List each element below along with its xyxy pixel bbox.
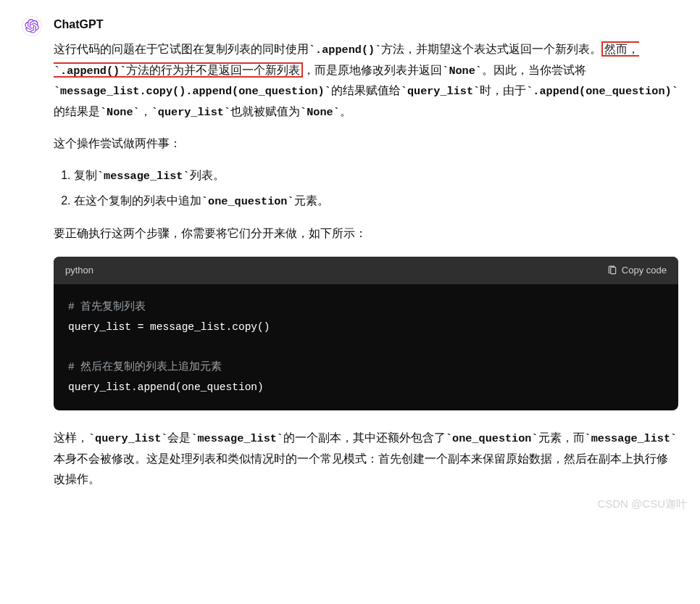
text: 在这个复制的列表中追加 <box>74 194 201 207</box>
list-item: 复制`message_list`列表。 <box>74 165 678 186</box>
code-language-label: python <box>65 262 93 279</box>
paragraph-4: 这样，`query_list`会是`message_list`的一个副本，其中还… <box>54 428 678 489</box>
assistant-avatar <box>22 16 42 36</box>
text: 会是 <box>167 431 191 444</box>
code-line: query_list = message_list.copy() <box>68 321 270 333</box>
inline-code: `message_list` <box>585 432 678 445</box>
text: 元素，而 <box>538 431 585 444</box>
ordered-list: 复制`message_list`列表。 在这个复制的列表中追加`one_ques… <box>54 165 678 211</box>
text: 。因此，当你尝试将 <box>482 64 586 76</box>
inline-code: `query_list` <box>401 85 480 98</box>
text: 复制 <box>74 169 97 181</box>
inline-code: `one_question` <box>446 432 538 445</box>
text: 然而， <box>604 43 639 55</box>
code-line: query_list.append(one_question) <box>68 381 264 393</box>
code-block: python Copy code # 首先复制列表 query_list = m… <box>54 257 678 410</box>
copy-code-button[interactable]: Copy code <box>607 265 667 276</box>
text: 这行代码的问题在于它试图在复制列表的同时使用 <box>54 43 309 55</box>
text: 的一个副本，其中还额外包含了 <box>283 431 446 444</box>
text: 时，由于 <box>480 84 526 96</box>
paragraph-2: 这个操作尝试做两件事： <box>54 133 678 154</box>
inline-code: `query_list` <box>151 106 230 119</box>
text: 本身不会被修改。这是处理列表和类似情况时的一个常见模式：首先创建一个副本来保留原… <box>54 452 668 485</box>
inline-code: `None` <box>442 65 482 78</box>
message-body: 这行代码的问题在于它试图在复制列表的同时使用`.append()`方法，并期望这… <box>54 39 678 489</box>
author-name: ChatGPT <box>54 15 678 35</box>
openai-icon <box>25 19 39 33</box>
text: 。 <box>340 105 351 117</box>
inline-code: `one_question` <box>201 195 294 208</box>
inline-code: `None` <box>300 106 340 119</box>
code-header: python Copy code <box>54 257 678 285</box>
inline-code: `.append(one_question)` <box>526 85 678 98</box>
copy-label: Copy code <box>622 265 667 276</box>
inline-code: `message_list` <box>191 432 283 445</box>
svg-rect-0 <box>611 267 616 273</box>
paragraph-1: 这行代码的问题在于它试图在复制列表的同时使用`.append()`方法，并期望这… <box>54 39 678 122</box>
code-comment: # 然后在复制的列表上追加元素 <box>68 361 222 373</box>
assistant-message: ChatGPT 这行代码的问题在于它试图在复制列表的同时使用`.append()… <box>0 0 700 523</box>
paragraph-3: 要正确执行这两个步骤，你需要将它们分开来做，如下所示： <box>54 223 678 244</box>
text: ，而是原地修改列表并返回 <box>303 64 442 76</box>
inline-code: `message_list` <box>97 170 190 183</box>
list-item: 在这个复制的列表中追加`one_question`元素。 <box>74 191 678 212</box>
code-comment: # 首先复制列表 <box>68 301 146 313</box>
text: 这样， <box>54 431 88 444</box>
text: 也就被赋值为 <box>230 105 300 117</box>
inline-code: `message_list.copy().append(one_question… <box>54 85 331 98</box>
text: 的结果赋值给 <box>331 84 401 96</box>
text: 方法，并期望这个表达式返回一个新列表。 <box>381 43 601 55</box>
inline-code: `None` <box>100 106 140 119</box>
code-body: # 首先复制列表 query_list = message_list.copy(… <box>54 284 678 410</box>
clipboard-icon <box>607 265 617 276</box>
message-content: ChatGPT 这行代码的问题在于它试图在复制列表的同时使用`.append()… <box>54 15 678 501</box>
inline-code: `.append()` <box>309 44 381 57</box>
text: 元素。 <box>294 194 329 207</box>
text: 的结果是 <box>54 105 100 117</box>
text: ， <box>140 105 151 117</box>
text: 列表。 <box>190 169 225 181</box>
text: 方法的行为并不是返回一个新列表 <box>126 64 300 76</box>
inline-code: `.append()` <box>54 65 126 78</box>
inline-code: `query_list` <box>88 432 167 445</box>
